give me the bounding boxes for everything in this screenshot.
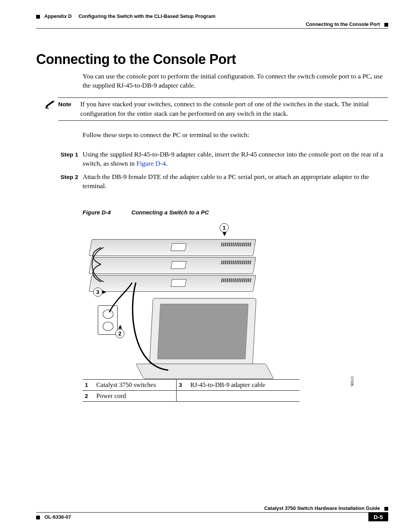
figure-title: Connecting a Switch to a PC — [131, 209, 209, 216]
step-1-row: Step 1 Using the supplied RJ-45-to-DB-9 … — [61, 150, 388, 168]
figure-caption: Figure D-4 Connecting a Switch to a PC — [83, 209, 388, 216]
page-number: D-5 — [368, 513, 388, 521]
footer-bullet-icon — [384, 507, 388, 511]
figure-image-id: 90531 — [349, 376, 354, 387]
figure-number: Figure D-4 — [83, 209, 111, 216]
header-appendix: Appendix D — [44, 13, 72, 19]
intro-paragraph: You can use the console port to perform … — [83, 72, 388, 90]
legend-num: 1 — [83, 379, 94, 390]
header-bullet-icon — [36, 15, 40, 19]
step-text: Using the supplied RJ-45-to-DB-9 adapter… — [83, 150, 388, 168]
note-block: Note If you have stacked your switches, … — [36, 97, 388, 121]
step-2-row: Step 2 Attach the DB-9 female DTE of the… — [61, 172, 388, 191]
footer-guide-title: Catalyst 3750 Switch Hardware Installati… — [264, 505, 380, 511]
legend-text: Catalyst 3750 switches — [94, 379, 177, 390]
running-header: Appendix D Configuring the Switch with t… — [36, 13, 388, 29]
legend-num: 2 — [83, 390, 94, 401]
header-bullet-icon — [384, 23, 388, 27]
legend-text: RJ-45-to-DB-9 adapter cable — [188, 379, 299, 390]
legend-num: 3 — [177, 379, 188, 390]
header-section: Connecting to the Console Port — [306, 21, 380, 27]
note-label: Note — [58, 99, 80, 118]
figure-reference-link[interactable]: Figure D-4 — [136, 160, 166, 167]
figure-legend-table: 1 Catalyst 3750 switches 3 RJ-45-to-DB-9… — [83, 379, 299, 402]
step-label: Step 2 — [61, 172, 83, 191]
page-title: Connecting to the Console Port — [36, 51, 388, 67]
step-label: Step 1 — [61, 150, 83, 168]
footer-doc-number: OL-6336-07 — [45, 514, 71, 520]
table-row: 2 Power cord — [83, 390, 299, 401]
header-chapter: Configuring the Switch with the CLI-Base… — [78, 13, 215, 19]
note-text: If you have stacked your switches, conne… — [80, 99, 388, 118]
figure-illustration: 1 3 2 — [83, 222, 388, 378]
lead-in-text: Follow these steps to connect the PC or … — [83, 131, 388, 140]
note-icon — [36, 97, 55, 110]
step-text: Attach the DB-9 female DTE of the adapte… — [83, 172, 388, 191]
footer-bullet-icon — [36, 516, 40, 519]
table-row: 1 Catalyst 3750 switches 3 RJ-45-to-DB-9… — [83, 379, 299, 390]
legend-text: Power cord — [94, 390, 177, 401]
page-footer: Catalyst 3750 Switch Hardware Installati… — [36, 505, 388, 521]
